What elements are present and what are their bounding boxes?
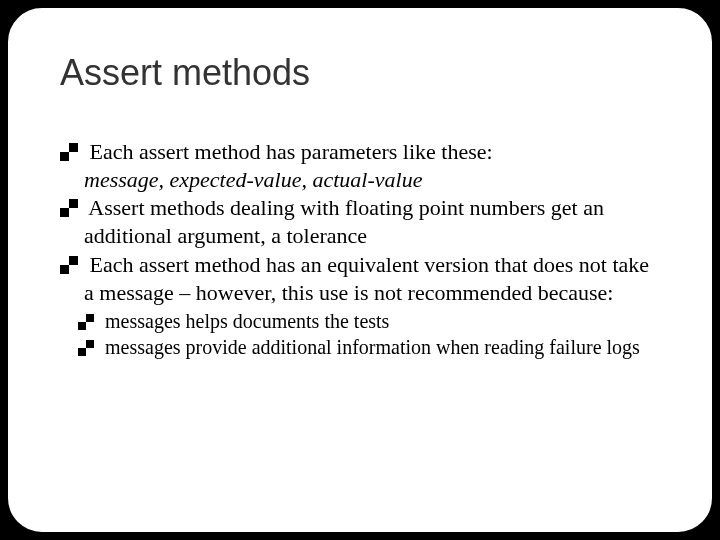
slide-frame: Assert methods Each assert method has pa…: [6, 6, 714, 534]
slide-body: Each assert method has parameters like t…: [60, 138, 660, 360]
sub-bullet-item: messages helps documents the tests: [78, 309, 660, 335]
bullet-item: Assert methods dealing with floating poi…: [60, 194, 660, 250]
bullet-text: Each assert method has an equivalent ver…: [84, 252, 649, 305]
bullet-text: Each assert method has parameters like t…: [90, 139, 493, 164]
bullet-continuation: message, expected-value, actual-value: [60, 166, 660, 194]
slide-title: Assert methods: [60, 52, 660, 94]
sub-bullet-list: messages helps documents the tests messa…: [60, 309, 660, 360]
bullet-item: Each assert method has parameters like t…: [60, 138, 660, 166]
bullet-item: Each assert method has an equivalent ver…: [60, 251, 660, 307]
bullet-text: Assert methods dealing with floating poi…: [84, 195, 604, 248]
sub-bullet-text: messages provide additional information …: [105, 336, 640, 358]
sub-bullet-text: messages helps documents the tests: [105, 310, 389, 332]
sub-bullet-item: messages provide additional information …: [78, 335, 660, 361]
